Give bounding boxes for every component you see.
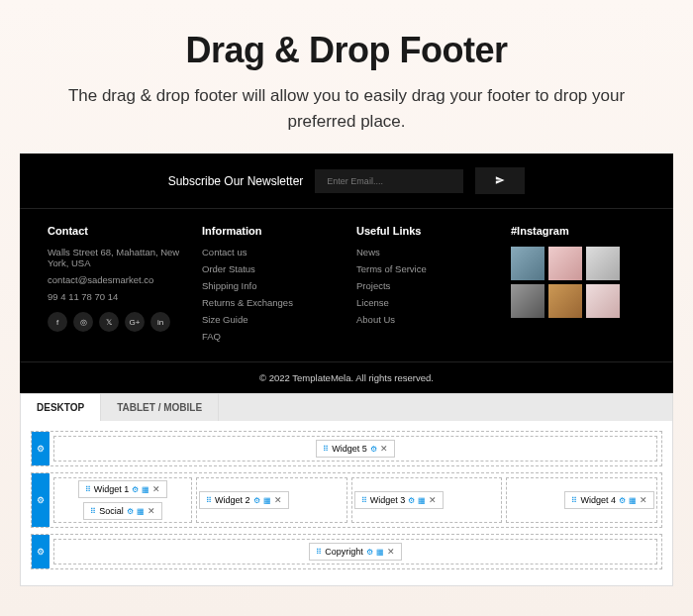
tab-tablet-mobile[interactable]: TABLET / MOBILE	[101, 394, 219, 421]
useful-heading: Useful Links	[356, 225, 491, 237]
newsletter-send-button[interactable]	[475, 167, 525, 194]
gear-icon[interactable]: ⚙	[366, 548, 373, 557]
widget-label: Copyright	[325, 547, 363, 557]
drag-icon: ⠿	[85, 485, 91, 494]
drag-icon: ⠿	[90, 507, 96, 516]
gear-icon: ⚙	[37, 547, 45, 557]
widget-block[interactable]: ⠿Widget 3⚙▦✕	[354, 491, 445, 509]
useful-link[interactable]: News	[356, 247, 491, 257]
gear-icon[interactable]: ⚙	[127, 507, 134, 516]
instagram-thumb[interactable]	[586, 247, 620, 280]
useful-link[interactable]: Terms of Service	[356, 263, 491, 274]
paper-plane-icon	[495, 173, 505, 188]
layout-icon[interactable]: ▦	[142, 485, 149, 494]
drag-icon: ⠿	[571, 496, 577, 505]
page-title: Drag & Drop Footer	[40, 30, 653, 71]
widget-label: Widget 4	[580, 495, 616, 505]
row-settings-handle[interactable]: ⚙	[32, 473, 50, 527]
dropzone[interactable]: ⠿Widget 4⚙▦✕	[506, 477, 657, 523]
footer-preview: Subscribe Our Newsletter Contact Walls S…	[20, 154, 673, 393]
instagram-thumb[interactable]	[548, 247, 582, 280]
layout-icon[interactable]: ▦	[137, 507, 145, 516]
widget-block[interactable]: ⠿Copyright⚙▦✕	[309, 543, 402, 561]
instagram-thumb[interactable]	[548, 284, 582, 318]
instagram-thumb[interactable]	[511, 247, 544, 280]
info-link[interactable]: FAQ	[202, 331, 337, 342]
info-link[interactable]: Order Status	[202, 263, 337, 274]
widget-block[interactable]: ⠿Widget 4⚙▦✕	[564, 491, 654, 509]
copyright-bar: © 2022 TemplateMela. All rights reserved…	[20, 361, 673, 393]
gear-icon[interactable]: ⚙	[408, 496, 415, 505]
dropzone[interactable]: ⠿Widget 1⚙▦✕ ⠿Social⚙▦✕	[53, 477, 192, 523]
gear-icon[interactable]: ⚙	[132, 485, 139, 494]
layout-icon[interactable]: ▦	[418, 496, 426, 505]
widget-label: Widget 1	[94, 484, 130, 494]
layout-icon[interactable]: ▦	[263, 496, 271, 505]
twitter-icon[interactable]: 𝕏	[99, 312, 119, 332]
close-icon[interactable]: ✕	[640, 495, 647, 505]
close-icon[interactable]: ✕	[274, 495, 282, 505]
dropzone[interactable]: ⠿Widget 2⚙▦✕	[196, 477, 347, 523]
footer-builder: DESKTOP TABLET / MOBILE ⚙ ⠿Widget 5⚙✕ ⚙ …	[20, 393, 673, 586]
close-icon[interactable]: ✕	[429, 495, 437, 505]
contact-address: Walls Street 68, Mahattan, New York, USA	[48, 247, 182, 268]
row-settings-handle[interactable]: ⚙	[32, 432, 50, 465]
google-plus-icon[interactable]: G+	[125, 312, 145, 332]
info-link[interactable]: Returns & Exchanges	[202, 297, 337, 308]
widget-block[interactable]: ⠿Widget 1⚙▦✕	[78, 480, 168, 498]
instagram-heading: #Instagram	[511, 225, 645, 237]
gear-icon: ⚙	[37, 444, 45, 454]
footer-col-information: Information Contact us Order Status Ship…	[202, 225, 337, 348]
info-link[interactable]: Size Guide	[202, 314, 337, 325]
useful-link[interactable]: Projects	[356, 280, 491, 291]
close-icon[interactable]: ✕	[387, 547, 395, 557]
close-icon[interactable]: ✕	[148, 506, 155, 516]
newsletter-email-input[interactable]	[315, 169, 463, 193]
builder-row: ⚙ ⠿Widget 1⚙▦✕ ⠿Social⚙▦✕ ⠿Widget 2⚙▦✕ ⠿…	[31, 472, 662, 528]
info-link[interactable]: Contact us	[202, 247, 337, 257]
layout-icon[interactable]: ▦	[629, 496, 637, 505]
info-link[interactable]: Shipping Info	[202, 280, 337, 291]
gear-icon[interactable]: ⚙	[370, 445, 377, 454]
facebook-icon[interactable]: f	[48, 312, 67, 332]
widget-block[interactable]: ⠿Widget 5⚙✕	[316, 440, 395, 458]
layout-icon[interactable]: ▦	[376, 548, 384, 557]
newsletter-label: Subscribe Our Newsletter	[168, 174, 304, 188]
close-icon[interactable]: ✕	[380, 444, 388, 454]
device-tabs: DESKTOP TABLET / MOBILE	[21, 394, 672, 421]
useful-link[interactable]: License	[356, 297, 491, 308]
builder-row: ⚙ ⠿Copyright⚙▦✕	[31, 534, 662, 569]
newsletter-bar: Subscribe Our Newsletter	[20, 154, 673, 209]
instagram-thumb[interactable]	[586, 284, 620, 318]
gear-icon[interactable]: ⚙	[619, 496, 626, 505]
widget-label: Widget 5	[332, 444, 367, 454]
footer-col-instagram: #Instagram	[511, 225, 645, 348]
dropzone[interactable]: ⠿Widget 3⚙▦✕	[351, 477, 503, 523]
close-icon[interactable]: ✕	[152, 484, 160, 494]
widget-label: Widget 3	[370, 495, 406, 505]
gear-icon: ⚙	[37, 495, 45, 505]
drag-icon: ⠿	[316, 548, 322, 557]
widget-block[interactable]: ⠿Social⚙▦✕	[83, 502, 162, 520]
instagram-thumb[interactable]	[511, 284, 544, 318]
instagram-icon[interactable]: ◎	[73, 312, 93, 332]
linkedin-icon[interactable]: in	[150, 312, 170, 332]
footer-col-useful: Useful Links News Terms of Service Proje…	[356, 225, 491, 348]
tab-desktop[interactable]: DESKTOP	[21, 394, 101, 421]
contact-phone: 99 4 11 78 70 14	[48, 291, 182, 302]
widget-label: Social	[99, 506, 124, 516]
widget-label: Widget 2	[215, 495, 250, 505]
social-icons: f ◎ 𝕏 G+ in	[48, 312, 182, 332]
row-settings-handle[interactable]: ⚙	[32, 535, 50, 568]
builder-row: ⚙ ⠿Widget 5⚙✕	[31, 431, 662, 466]
drag-icon: ⠿	[206, 496, 212, 505]
contact-heading: Contact	[48, 225, 182, 237]
dropzone[interactable]: ⠿Copyright⚙▦✕	[53, 539, 657, 565]
information-heading: Information	[202, 225, 337, 237]
footer-col-contact: Contact Walls Street 68, Mahattan, New Y…	[48, 225, 182, 348]
useful-link[interactable]: About Us	[356, 314, 491, 325]
gear-icon[interactable]: ⚙	[253, 496, 260, 505]
widget-block[interactable]: ⠿Widget 2⚙▦✕	[199, 491, 289, 509]
dropzone[interactable]: ⠿Widget 5⚙✕	[53, 436, 657, 462]
page-subtitle: The drag & drop footer will allow you to…	[40, 83, 653, 134]
